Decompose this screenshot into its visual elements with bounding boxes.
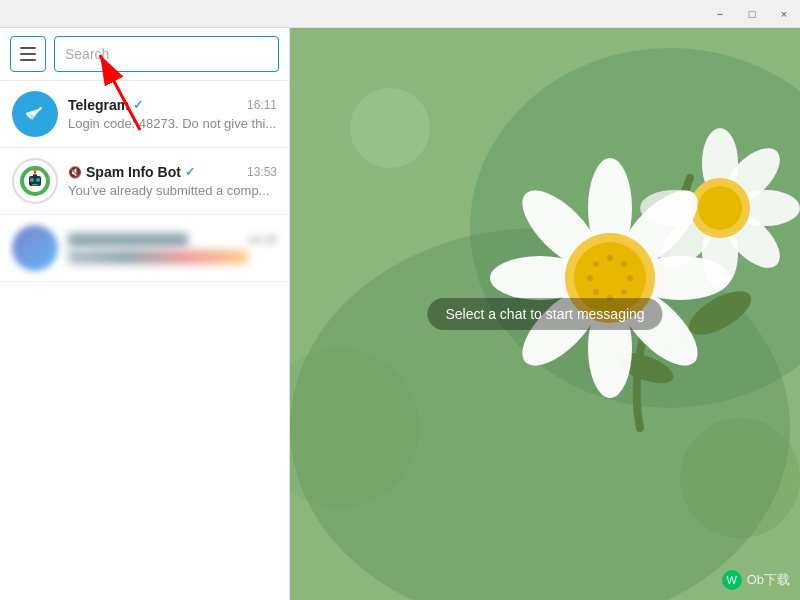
svg-point-10	[34, 169, 37, 172]
hamburger-line-1	[20, 47, 36, 49]
blurred-chat-info: 14:20	[68, 233, 277, 264]
telegram-verified-badge: ✓	[133, 98, 143, 112]
spam-bot-chat-preview: You've already submitted a comp...	[68, 183, 277, 198]
svg-point-46	[680, 418, 800, 538]
minimize-button[interactable]: −	[704, 0, 736, 28]
svg-point-37	[607, 255, 613, 261]
telegram-chat-preview: Login code: 48273. Do not give thi...	[68, 116, 277, 131]
chat-panel: Select a chat to start messaging W Ob下载	[290, 28, 800, 600]
chat-item-spam-bot[interactable]: 🔇 Spam Info Bot ✓ 13:53 You've already s…	[0, 148, 289, 215]
telegram-name-text: Telegram	[68, 97, 129, 113]
avatar-spam-bot	[12, 158, 58, 204]
chat-list: Telegram ✓ 16:11 Login code: 48273. Do n…	[0, 81, 289, 600]
spam-bot-chat-info: 🔇 Spam Info Bot ✓ 13:53 You've already s…	[68, 164, 277, 198]
svg-point-40	[621, 289, 627, 295]
sidebar: Telegram ✓ 16:11 Login code: 48273. Do n…	[0, 28, 290, 600]
blurred-name-row: 14:20	[68, 233, 277, 247]
svg-point-42	[593, 289, 599, 295]
telegram-chat-info: Telegram ✓ 16:11 Login code: 48273. Do n…	[68, 97, 277, 131]
spam-bot-name-text: Spam Info Bot	[86, 164, 181, 180]
wechat-icon: W	[722, 570, 742, 590]
avatar-blurred	[12, 225, 58, 271]
svg-point-43	[587, 275, 593, 281]
svg-point-4	[30, 178, 34, 182]
svg-point-44	[593, 261, 599, 267]
svg-point-38	[621, 261, 627, 267]
spam-bot-verified-badge: ✓	[185, 165, 195, 179]
menu-button[interactable]	[10, 36, 46, 72]
chat-item-telegram[interactable]: Telegram ✓ 16:11 Login code: 48273. Do n…	[0, 81, 289, 148]
telegram-icon	[21, 100, 49, 128]
spam-bot-name-row: 🔇 Spam Info Bot ✓ 13:53	[68, 164, 277, 180]
hamburger-line-3	[20, 59, 36, 61]
spam-bot-chat-time: 13:53	[247, 165, 277, 179]
svg-point-5	[36, 178, 40, 182]
telegram-name-row: Telegram ✓ 16:11	[68, 97, 277, 113]
svg-point-45	[350, 88, 430, 168]
titlebar: − □ ×	[0, 0, 800, 28]
spam-bot-chat-name: 🔇 Spam Info Bot ✓	[68, 164, 195, 180]
maximize-button[interactable]: □	[736, 0, 768, 28]
blurred-chat-preview	[68, 250, 248, 264]
muted-icon: 🔇	[68, 166, 82, 179]
spam-bot-icon	[19, 165, 51, 197]
main-content: Telegram ✓ 16:11 Login code: 48273. Do n…	[0, 28, 800, 600]
hamburger-line-2	[20, 53, 36, 55]
watermark-text: Ob下载	[747, 571, 790, 589]
svg-point-26	[698, 186, 742, 230]
telegram-chat-time: 16:11	[247, 98, 277, 112]
search-input[interactable]	[54, 36, 279, 72]
chat-item-blurred[interactable]: 14:20	[0, 215, 289, 282]
watermark: W Ob下载	[722, 570, 790, 590]
chat-background: Select a chat to start messaging W Ob下载	[290, 28, 800, 600]
blurred-time: 14:20	[247, 233, 277, 247]
select-chat-message: Select a chat to start messaging	[427, 298, 662, 330]
sidebar-header	[0, 28, 289, 81]
avatar-telegram	[12, 91, 58, 137]
close-button[interactable]: ×	[768, 0, 800, 28]
svg-point-8	[34, 173, 36, 175]
svg-rect-6	[32, 184, 38, 186]
telegram-chat-name: Telegram ✓	[68, 97, 143, 113]
svg-point-39	[627, 275, 633, 281]
blurred-chat-name	[68, 233, 188, 247]
